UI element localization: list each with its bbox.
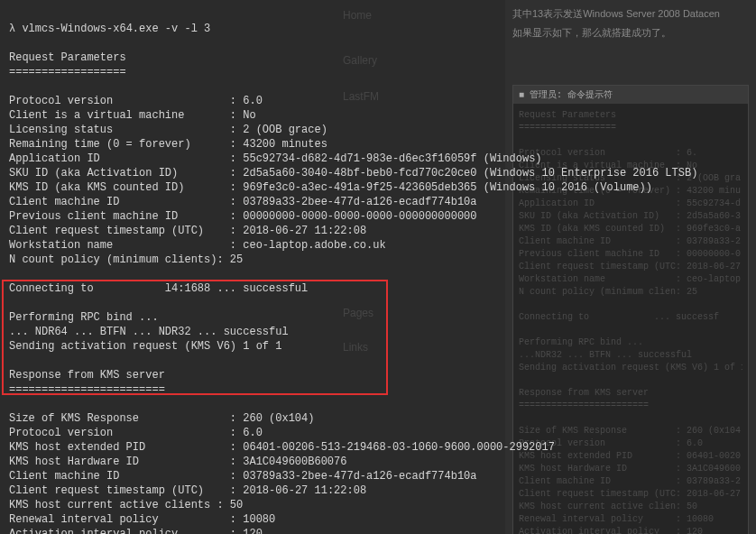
resp-row: Renewal interval policy : 10080 xyxy=(9,513,275,526)
prompt-char: λ xyxy=(9,23,15,35)
resp-row: KMS host extended PID : 06401-00206-513-… xyxy=(9,441,555,454)
req-row: KMS ID (aka KMS counted ID) : 969fe3c0-a… xyxy=(9,181,652,194)
command-line: vlmcs-Windows-x64.exe -v -l 3 xyxy=(22,23,210,35)
resp-row: Size of KMS Response : 260 (0x104) xyxy=(9,412,314,425)
connecting-line: Connecting to l4:1688 ... successful xyxy=(9,282,308,295)
terminal-output: λ vlmcs-Windows-x64.exe -v -l 3 Request … xyxy=(0,0,756,534)
req-row: Protocol version : 6.0 xyxy=(9,95,263,107)
resp-row: KMS host current active clients : 50 xyxy=(9,499,243,511)
response-underline: ======================== xyxy=(9,383,165,396)
rpc-bind-line: Performing RPC bind ... xyxy=(9,311,159,324)
request-params-header: Request Parameters xyxy=(9,51,126,64)
send-activation-line: Sending activation request (KMS V6) 1 of… xyxy=(9,340,281,353)
req-row: Workstation name : ceo-laptop.adobe.co.u… xyxy=(9,239,386,252)
resp-row: KMS host Hardware ID : 3A1C049600B60076 xyxy=(9,456,346,468)
req-row: Client is a virtual machine : No xyxy=(9,109,256,122)
resp-row: Protocol version : 6.0 xyxy=(9,427,263,439)
req-row: SKU ID (aka Activation ID) : 2d5a5a60-30… xyxy=(9,167,697,180)
req-row: Client request timestamp (UTC) : 2018-06… xyxy=(9,225,366,237)
req-row: Client machine ID : 03789a33-2bee-477d-a… xyxy=(9,196,477,208)
request-params-underline: ================== xyxy=(9,66,126,78)
resp-row: Client machine ID : 03789a33-2bee-477d-a… xyxy=(9,470,477,483)
ndr-line: ... NDR64 ... BTFN ... NDR32 ... success… xyxy=(9,326,289,338)
resp-row: Activation interval policy : 120 xyxy=(9,528,263,534)
req-row: Licensing status : 2 (OOB grace) xyxy=(9,124,327,136)
req-row: Application ID : 55c92734-d682-4d71-983e… xyxy=(9,152,542,165)
resp-row: Client request timestamp (UTC) : 2018-06… xyxy=(9,484,366,497)
req-row: Remaining time (0 = forever) : 43200 min… xyxy=(9,138,327,151)
req-row: Previous client machine ID : 00000000-00… xyxy=(9,210,477,223)
req-row: N count policy (minimum clients): 25 xyxy=(9,253,243,266)
response-header: Response from KMS server xyxy=(9,369,165,382)
